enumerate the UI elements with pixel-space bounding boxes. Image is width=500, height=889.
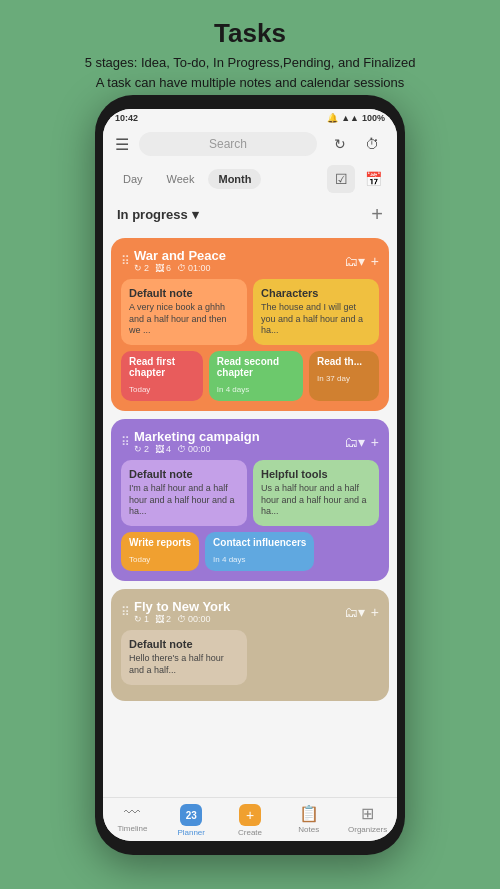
task-card-header: ⠿ War and Peace ↻ 2 🖼	[121, 248, 379, 273]
chevron-down-icon: ▾	[192, 207, 199, 222]
note-title-3: Default note	[129, 468, 239, 480]
timer-icon[interactable]: ⏱	[359, 131, 385, 157]
clock-icon: ⏱	[177, 263, 186, 273]
status-right: 🔔 ▲▲ 100%	[327, 113, 385, 123]
app-bar: ☰ Search ↻ ⏱	[103, 127, 397, 161]
nav-notes[interactable]: 📋 Notes	[279, 798, 338, 841]
add-to-task-icon[interactable]: +	[371, 253, 379, 269]
status-bar: 10:42 🔔 ▲▲ 100%	[103, 109, 397, 127]
checklist-icon[interactable]: ☑	[327, 165, 355, 193]
task-meta-3: ↻ 1 🖼 2 ⏱ 00:00	[134, 614, 230, 624]
session-read-first[interactable]: Read first chapter Today	[121, 351, 203, 401]
filter-label: In progress	[117, 207, 188, 222]
page-title: Tasks	[20, 18, 480, 49]
organizers-icon: ⊞	[361, 804, 374, 823]
note-icon-2: ↻	[134, 444, 142, 454]
session-contact-influencers[interactable]: Contact influencers In 4 days	[205, 532, 314, 571]
meta-time: ⏱ 01:00	[177, 263, 211, 273]
notes-icon: 📋	[299, 804, 319, 823]
planner-calendar-icon: 23	[180, 804, 202, 826]
note-body-3: I'm a half hour and a half hour and a ha…	[129, 483, 239, 518]
note-title-4: Helpful tools	[261, 468, 371, 480]
archive-icon[interactable]: 🗂▾	[344, 253, 365, 269]
filter-bar: In progress ▾ +	[103, 197, 397, 232]
nav-planner[interactable]: 23 Planner	[162, 798, 221, 841]
note-title-5: Default note	[129, 638, 239, 650]
meta-images: 🖼 6	[155, 263, 171, 273]
tab-month[interactable]: Month	[208, 169, 261, 189]
drag-handle-icon-3: ⠿	[121, 605, 130, 619]
notes-grid-1: Default note A very nice book a ghhh and…	[121, 279, 379, 345]
note-body: A very nice book a ghhh and a half hour …	[129, 302, 239, 337]
nav-create-label: Create	[238, 828, 262, 837]
battery-text: 100%	[362, 113, 385, 123]
image-icon: 🖼	[155, 263, 164, 273]
phone-frame: 10:42 🔔 ▲▲ 100% ☰ Search ↻ ⏱ Day Week	[95, 95, 405, 855]
timeline-icon: 〰	[124, 804, 140, 822]
note-helpful-tools[interactable]: Helpful tools Us a half hour and a half …	[253, 460, 379, 526]
nav-planner-label: Planner	[177, 828, 205, 837]
task-card-header-2: ⠿ Marketing campaign ↻ 2 🖼	[121, 429, 379, 454]
nav-create[interactable]: + Create	[221, 798, 280, 841]
task-title-3: Fly to New York	[134, 599, 230, 614]
tab-day[interactable]: Day	[113, 169, 153, 189]
phone-screen: 10:42 🔔 ▲▲ 100% ☰ Search ↻ ⏱ Day Week	[103, 109, 397, 841]
task-meta-2: ↻ 2 🖼 4 ⏱ 00:00	[134, 444, 260, 454]
note-title: Default note	[129, 287, 239, 299]
session-write-reports[interactable]: Write reports Today	[121, 532, 199, 571]
task-title: War and Peace	[134, 248, 226, 263]
calendar-grid-icon[interactable]: 📅	[359, 165, 387, 193]
note-body-5: Hello there's a half hour and a half...	[129, 653, 239, 676]
meta-notes: ↻ 2	[134, 263, 149, 273]
task-card-fly-to-new-york: ⠿ Fly to New York ↻ 1 🖼	[111, 589, 389, 700]
signal-icon: 🔔	[327, 113, 338, 123]
note-title: Characters	[261, 287, 371, 299]
archive-icon-2[interactable]: 🗂▾	[344, 434, 365, 450]
page-header: Tasks 5 stages: Idea, To-do, In Progress…	[0, 0, 500, 102]
nav-timeline[interactable]: 〰 Timeline	[103, 798, 162, 841]
nav-organizers-label: Organizers	[348, 825, 387, 834]
clock-icon-2: ⏱	[177, 444, 186, 454]
image-icon-3: 🖼	[155, 614, 164, 624]
clock-icon-3: ⏱	[177, 614, 186, 624]
sessions-row-2: Write reports Today Contact influencers …	[121, 532, 379, 571]
note-icon-3: ↻	[134, 614, 142, 624]
note-characters[interactable]: Characters The house and I will get you …	[253, 279, 379, 345]
task-card-header-3: ⠿ Fly to New York ↻ 1 🖼	[121, 599, 379, 624]
page-wrapper: Tasks 5 stages: Idea, To-do, In Progress…	[0, 0, 500, 102]
bottom-nav: 〰 Timeline 23 Planner + Create 📋 Notes	[103, 797, 397, 841]
menu-icon[interactable]: ☰	[115, 135, 129, 154]
filter-dropdown[interactable]: In progress ▾	[117, 207, 199, 222]
image-icon-2: 🖼	[155, 444, 164, 454]
create-icon: +	[239, 804, 261, 826]
sessions-row-1: Read first chapter Today Read second cha…	[121, 351, 379, 401]
note-icon: ↻	[134, 263, 142, 273]
content-area: ⠿ War and Peace ↻ 2 🖼	[103, 232, 397, 797]
page-subtitle: 5 stages: Idea, To-do, In Progress,Pendi…	[20, 53, 480, 92]
note-default[interactable]: Default note A very nice book a ghhh and…	[121, 279, 247, 345]
app-bar-icons: ↻ ⏱	[327, 131, 385, 157]
add-task-button[interactable]: +	[371, 203, 383, 226]
add-to-task-icon-3[interactable]: +	[371, 604, 379, 620]
tab-week[interactable]: Week	[157, 169, 205, 189]
drag-handle-icon-2: ⠿	[121, 435, 130, 449]
session-read-second[interactable]: Read second chapter In 4 days	[209, 351, 303, 401]
task-title-2: Marketing campaign	[134, 429, 260, 444]
task-meta: ↻ 2 🖼 6 ⏱ 01:00	[134, 263, 226, 273]
nav-notes-label: Notes	[298, 825, 319, 834]
wifi-icon: ▲▲	[341, 113, 359, 123]
session-read-third[interactable]: Read th... In 37 day	[309, 351, 379, 401]
nav-timeline-label: Timeline	[117, 824, 147, 833]
archive-icon-3[interactable]: 🗂▾	[344, 604, 365, 620]
notes-grid-3: Default note Hello there's a half hour a…	[121, 630, 379, 684]
view-tabs: Day Week Month ☑ 📅	[103, 161, 397, 197]
note-default-2[interactable]: Default note I'm a half hour and a half …	[121, 460, 247, 526]
refresh-icon[interactable]: ↻	[327, 131, 353, 157]
add-to-task-icon-2[interactable]: +	[371, 434, 379, 450]
nav-organizers[interactable]: ⊞ Organizers	[338, 798, 397, 841]
note-default-3[interactable]: Default note Hello there's a half hour a…	[121, 630, 247, 684]
task-card-war-and-peace: ⠿ War and Peace ↻ 2 🖼	[111, 238, 389, 411]
drag-handle-icon: ⠿	[121, 254, 130, 268]
task-card-marketing-campaign: ⠿ Marketing campaign ↻ 2 🖼	[111, 419, 389, 581]
search-input[interactable]: Search	[139, 132, 317, 156]
